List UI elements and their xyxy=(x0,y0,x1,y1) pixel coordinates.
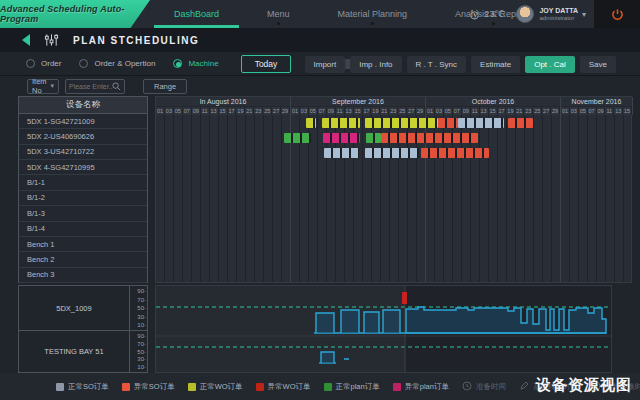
timeline-day-cell: 11 xyxy=(471,106,480,115)
gantt-bar-lightblue[interactable] xyxy=(458,118,504,129)
axis-tick-label: 50 xyxy=(130,349,146,355)
timeline-day-cell: 07 xyxy=(588,106,597,115)
radio-order[interactable]: Order xyxy=(26,59,61,68)
timeline-month: October 20160103050709111315171921232527… xyxy=(426,97,561,115)
timeline-day-row: 0103050709111315 xyxy=(561,106,632,115)
machine-row[interactable]: B/1-4 xyxy=(19,222,147,237)
machine-row[interactable]: 5DX 4-SG42710995 xyxy=(19,160,147,175)
load-chart-svg xyxy=(156,286,611,372)
clock-icon xyxy=(462,381,472,393)
r-t-sync-button[interactable]: R . T . Sync xyxy=(407,56,467,73)
save-button[interactable]: Save xyxy=(580,56,616,73)
power-button[interactable] xyxy=(594,0,640,28)
opt-cal-button[interactable]: Opt . Cal xyxy=(525,56,575,73)
legend-item-label: 异常plan订单 xyxy=(405,382,449,392)
gantt-bar-green[interactable] xyxy=(366,133,381,144)
legend-item: 正常WO订单 xyxy=(188,382,243,392)
legend-color-swatch xyxy=(188,383,196,391)
timeline-month-label: November 2016 xyxy=(561,97,632,106)
axis-tick-label: 90 xyxy=(130,288,146,294)
timeline-day-row: 010305070911131517192123252729 xyxy=(291,106,425,115)
timeline-day-cell: 09 xyxy=(597,106,606,115)
legend-item: 正常SO订单 xyxy=(56,382,109,392)
timeline-day-cell: 09 xyxy=(462,106,471,115)
nav-item-material-planning[interactable]: Material Planning xyxy=(314,0,432,28)
legend-item: 异常SO订单 xyxy=(122,382,175,392)
page-title: PLAN STCHEDULING xyxy=(73,35,199,46)
import-button[interactable]: Import xyxy=(305,56,346,73)
estimate-button[interactable]: Estimate xyxy=(471,56,520,73)
radio-order-opertion[interactable]: Order & Opertion xyxy=(79,59,155,68)
gantt-bar-yellow[interactable] xyxy=(365,118,438,129)
machine-row[interactable]: Bench 2 xyxy=(19,252,147,267)
user-info[interactable]: JOY DATTA administrator xyxy=(539,7,578,21)
radio-label: Machine xyxy=(188,59,218,68)
timeline-day-cell: 23 xyxy=(254,106,263,115)
gantt-timeline-header: In August 201601030507091113151719212325… xyxy=(156,97,631,115)
machine-row[interactable]: Bench 3 xyxy=(19,268,147,283)
machine-row[interactable]: B/1-1 xyxy=(19,175,147,190)
timeline-day-cell: 29 xyxy=(281,106,290,115)
load-block xyxy=(364,312,379,333)
gantt-bar-lightblue[interactable] xyxy=(365,148,419,159)
nav-item-dot xyxy=(277,22,280,25)
today-button[interactable]: Today xyxy=(241,55,292,73)
gantt-bar-red[interactable] xyxy=(508,118,533,129)
timeline-day-cell: 17 xyxy=(498,106,507,115)
machine-row[interactable]: B/1-2 xyxy=(19,191,147,206)
timeline-day-cell: 29 xyxy=(416,106,425,115)
load-block xyxy=(341,310,359,333)
nav-item-dashboard[interactable]: DashBoard xyxy=(150,0,243,28)
timeline-day-cell: 21 xyxy=(380,106,389,115)
axis-tick-label: 30 xyxy=(130,356,146,362)
chevron-down-icon: ▾ xyxy=(50,82,54,90)
gantt-bar-yellow[interactable] xyxy=(306,118,316,129)
timeline-day-cell: 23 xyxy=(524,106,533,115)
nav-item-label: DashBoard xyxy=(174,9,219,19)
app-logo-text: Advanced Scheduling Auto-Program xyxy=(0,4,150,24)
clock-icon xyxy=(469,9,480,20)
machine-row[interactable]: 5DX 2-US40690626 xyxy=(19,129,147,144)
timeline-day-cell: 01 xyxy=(156,106,165,115)
gantt-bar-pink[interactable] xyxy=(323,133,360,144)
range-button[interactable]: Range xyxy=(143,79,187,94)
load-panel: 5DX_10099070503010TESTING BAY 5190705030… xyxy=(18,285,148,373)
timeline-day-cell: 25 xyxy=(398,106,407,115)
machine-row[interactable]: 5DX 1-SG42721009 xyxy=(19,114,147,129)
timeline-day-cell: 01 xyxy=(291,106,300,115)
machine-list: 5DX 1-SG427210095DX 2-US406906265DX 3-US… xyxy=(19,114,147,283)
search-icon[interactable] xyxy=(112,82,121,91)
search-input[interactable] xyxy=(69,83,112,90)
sliders-icon[interactable] xyxy=(44,33,59,47)
nav-item-menu[interactable]: Menu xyxy=(243,0,314,28)
axis-tick-label: 10 xyxy=(130,322,146,328)
gantt-bar-lightblue[interactable] xyxy=(324,148,359,159)
timeline-day-cell: 29 xyxy=(551,106,560,115)
today-marker xyxy=(402,292,407,304)
timeline-day-row: 010305070911131517192123252729 xyxy=(426,106,560,115)
item-no-select[interactable]: Item No ▾ xyxy=(27,79,59,94)
gantt-bar-red[interactable] xyxy=(438,118,458,129)
chevron-down-icon[interactable]: ▾ xyxy=(582,10,586,19)
radio-machine[interactable]: Machine xyxy=(173,59,218,68)
axis-tick-label: 50 xyxy=(130,305,146,311)
load-block xyxy=(316,313,334,333)
gantt-bar-yellow[interactable] xyxy=(322,118,360,129)
timeline-month-label: October 2016 xyxy=(426,97,560,106)
timeline-day-cell: 25 xyxy=(533,106,542,115)
gantt-bar-green[interactable] xyxy=(284,133,311,144)
timeline-day-cell: 01 xyxy=(426,106,435,115)
legend-color-swatch xyxy=(122,383,130,391)
imp-info-button[interactable]: Imp . Info xyxy=(350,56,401,73)
gantt-bar-red[interactable] xyxy=(421,148,489,159)
avatar[interactable] xyxy=(516,5,534,23)
load-chart xyxy=(155,285,612,373)
machine-row[interactable]: 5DX 3-US42710722 xyxy=(19,145,147,160)
machine-row[interactable]: Bench 1 xyxy=(19,237,147,252)
back-button[interactable] xyxy=(22,34,30,46)
gantt-bar-red[interactable] xyxy=(381,133,478,144)
machine-row[interactable]: B/1-3 xyxy=(19,206,147,221)
timeline-day-cell: 09 xyxy=(192,106,201,115)
legend-item-label: 异常WO订单 xyxy=(268,382,311,392)
timeline-day-cell: 17 xyxy=(228,106,237,115)
